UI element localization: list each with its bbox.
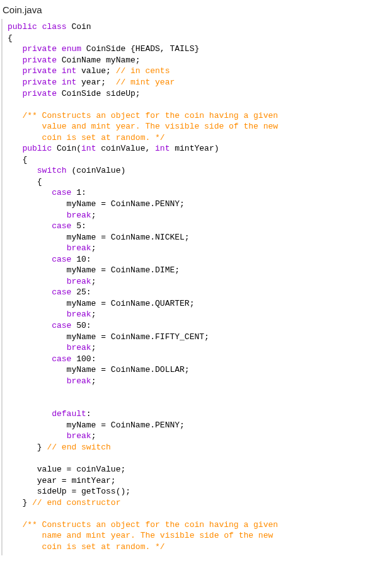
code-line: break;: [8, 376, 392, 387]
code-line: name and mint year. The visible side of …: [8, 530, 392, 542]
code-line: {: [8, 177, 392, 188]
code-line: case 50:: [8, 320, 392, 332]
code-line: public Coin(int coinValue, int mintYear): [8, 143, 392, 154]
code-line: value = coinValue;: [8, 464, 392, 475]
code-line: private CoinSide sideUp;: [8, 88, 392, 100]
code-line: private int year; // mint year: [8, 77, 392, 88]
code-line: private CoinName myName;: [8, 55, 392, 66]
code-line: } // end switch: [8, 442, 392, 453]
code-line: switch (coinValue): [8, 165, 392, 177]
code-line: private int value; // in cents: [8, 66, 392, 77]
code-line: [8, 99, 392, 110]
code-line: case 25:: [8, 287, 392, 298]
code-line: myName = CoinName.QUARTER;: [8, 298, 392, 310]
code-line: myName = CoinName.DIME;: [8, 265, 392, 276]
code-line: value and mint year. The visible side of…: [8, 121, 392, 132]
code-line: public class Coin: [8, 21, 392, 33]
code-line: [8, 453, 392, 465]
code-line: default:: [8, 408, 392, 420]
code-line: myName = CoinName.PENNY;: [8, 199, 392, 210]
code-line: {: [8, 33, 392, 44]
code-line: case 1:: [8, 187, 392, 199]
code-line: coin is set at random. */: [8, 132, 392, 144]
code-line: [8, 508, 392, 519]
code-line: break;: [8, 342, 392, 354]
code-line: [8, 386, 392, 398]
code-line: {: [8, 154, 392, 166]
code-line: break;: [8, 243, 392, 254]
code-line: break;: [8, 431, 392, 442]
code-line: sideUp = getToss();: [8, 486, 392, 497]
code-line: myName = CoinName.FIFTY_CENT;: [8, 332, 392, 343]
code-line: break;: [8, 210, 392, 221]
code-line: case 10:: [8, 254, 392, 265]
source-code: public class Coin{ private enum CoinSide…: [1, 19, 392, 555]
code-line: break;: [8, 276, 392, 287]
code-line: [8, 398, 392, 409]
code-line: coin is set at random. */: [8, 542, 392, 553]
code-line: myName = CoinName.PENNY;: [8, 420, 392, 431]
code-line: myName = CoinName.DOLLAR;: [8, 364, 392, 376]
code-line: break;: [8, 309, 392, 320]
code-line: case 100:: [8, 354, 392, 365]
code-line: /** Constructs an object for the coin ha…: [8, 110, 392, 122]
code-line: myName = CoinName.NICKEL;: [8, 232, 392, 243]
code-line: } // end constructor: [8, 497, 392, 509]
code-line: private enum CoinSide {HEADS, TAILS}: [8, 43, 392, 55]
code-line: case 5:: [8, 221, 392, 232]
code-line: year = mintYear;: [8, 475, 392, 487]
file-title: Coin.java: [0, 0, 392, 19]
code-line: /** Constructs an object for the coin ha…: [8, 519, 392, 531]
